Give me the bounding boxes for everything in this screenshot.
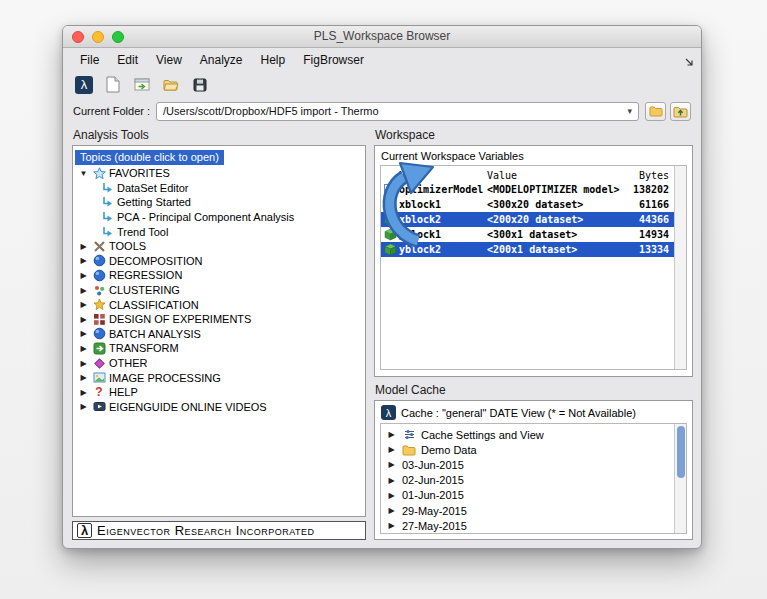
menu-figbrowser[interactable]: FigBrowser [294,51,373,69]
tree-item-batch-analysis[interactable]: ▶BATCH ANALYSIS [73,327,365,342]
dataset-cube-icon [383,213,397,226]
cache-item-cache-settings-and-view[interactable]: ▶Cache Settings and View [386,427,674,442]
disclosure-closed-icon[interactable]: ▶ [78,271,89,280]
disclosure-closed-icon[interactable]: ▶ [386,430,397,439]
column-header-bytes[interactable]: Bytes [633,170,674,181]
workspace-scrollbar[interactable] [674,166,686,369]
tree-item-decomposition[interactable]: ▶DECOMPOSITION [73,254,365,269]
desktop-background: PLS_Workspace Browser FileEditViewAnalyz… [0,0,767,599]
pls-cache-icon: λ [381,405,396,420]
cache-item-label: 27-May-2015 [402,520,467,532]
diamond-icon [92,357,106,370]
tree-item-transform[interactable]: ▶TRANSFORM [73,341,365,356]
disclosure-closed-icon[interactable]: ▶ [78,373,89,382]
save-button[interactable] [189,74,211,96]
disclosure-closed-icon[interactable]: ▶ [78,344,89,353]
cache-item-29-may-2015[interactable]: ▶29-May-2015 [386,503,674,518]
tree-item-image-processing[interactable]: ▶IMAGE PROCESSING [73,370,365,385]
tree-item-other[interactable]: ▶OTHER [73,356,365,371]
column-header-name[interactable]: Name [399,170,487,181]
sphere-icon [92,327,106,340]
column-header-value[interactable]: Value [487,170,633,181]
disclosure-closed-icon[interactable]: ▶ [78,242,89,251]
model-cache-panel: λ Cache : "general" DATE View (* = Not A… [374,400,693,540]
disclosure-closed-icon[interactable]: ▶ [78,402,89,411]
close-window-button[interactable] [72,31,84,43]
disclosure-closed-icon[interactable]: ▶ [78,359,89,368]
tree-item-getting-started[interactable]: Getting Started [73,195,365,210]
zoom-window-button[interactable] [112,31,124,43]
cache-item-01-jun-2015[interactable]: ▶01-Jun-2015 [386,488,674,503]
undock-arrow-icon[interactable] [684,53,694,71]
variable-bytes: 14934 [633,229,674,240]
tree-item-dataset-editor[interactable]: DataSet Editor [73,181,365,196]
traffic-lights [72,31,124,43]
disclosure-closed-icon[interactable]: ▶ [386,506,397,515]
folder-up-button[interactable] [670,102,691,121]
tree-item-label: TOOLS [109,240,146,252]
disclosure-closed-icon[interactable]: ▶ [78,388,89,397]
menu-analyze[interactable]: Analyze [191,51,252,69]
tree-item-trend-tool[interactable]: Trend Tool [73,224,365,239]
disclosure-closed-icon[interactable]: ▶ [386,460,397,469]
disclosure-closed-icon[interactable]: ▶ [78,329,89,338]
disclosure-closed-icon[interactable]: ▶ [78,286,89,295]
disclosure-closed-icon[interactable]: ▶ [78,256,89,265]
tree-item-help[interactable]: ▶?HELP [73,385,365,400]
variable-bytes: 61166 [633,199,674,210]
cache-item-label: 29-May-2015 [402,505,467,517]
menu-edit[interactable]: Edit [108,51,147,69]
topics-header[interactable]: Topics (double click to open) [75,150,224,165]
toolbar-buttons: λ [73,74,211,96]
window-titlebar[interactable]: PLS_Workspace Browser [63,26,701,48]
disclosure-closed-icon[interactable]: ▶ [78,315,89,324]
tree-item-regression[interactable]: ▶REGRESSION [73,268,365,283]
minimize-window-button[interactable] [92,31,104,43]
cache-item-demo-data[interactable]: ▶Demo Data [386,442,674,457]
new-document-button[interactable] [102,74,124,96]
disclosure-closed-icon[interactable]: ▶ [78,300,89,309]
tree-item-design-of-experiments[interactable]: ▶DESIGN OF EXPERIMENTS [73,312,365,327]
tree-item-tools[interactable]: ▶TOOLS [73,239,365,254]
disclosure-closed-icon[interactable]: ▶ [386,521,397,530]
cache-item-03-jun-2015[interactable]: ▶03-Jun-2015 [386,457,674,472]
folder-icon [402,443,416,456]
tree-item-eigenguide-online-videos[interactable]: ▶EIGENGUIDE ONLINE VIDEOS [73,400,365,415]
tree-item-clustering[interactable]: ▶CLUSTERING [73,283,365,298]
cache-item-02-jun-2015[interactable]: ▶02-Jun-2015 [386,473,674,488]
tree-item-label: PCA - Principal Component Analysis [117,211,294,223]
workspace-row-xblock2[interactable]: xblock2<200x20 dataset>44366 [381,212,674,227]
pls-app-button[interactable]: λ [73,74,95,96]
open-folder-button[interactable] [160,74,182,96]
cache-item-label: Cache Settings and View [421,429,544,441]
tree-item-favorites[interactable]: ▼FAVORITES [73,166,365,181]
tree-item-label: DECOMPOSITION [109,255,203,267]
workspace-table-header: NameValueBytes [381,168,674,182]
disclosure-closed-icon[interactable]: ▶ [386,445,397,454]
window-title: PLS_Workspace Browser [63,26,701,47]
workspace-row-xblock1[interactable]: xblock1<300x20 dataset>61166 [381,197,674,212]
workspace-row-optimizermodel[interactable]: optimizerModel<MODELOPTIMIZER model>1382… [381,182,674,197]
menu-file[interactable]: File [71,51,108,69]
star-icon [92,167,106,180]
chevron-down-icon[interactable]: ▾ [627,106,632,116]
sphere-icon [92,269,106,282]
current-folder-combobox[interactable]: /Users/scott/Dropbox/HDF5 import - Therm… [156,102,639,121]
transform-icon [92,342,106,355]
fig-browser-button[interactable] [131,74,153,96]
menu-view[interactable]: View [147,51,191,69]
disclosure-open-icon[interactable]: ▼ [78,169,89,178]
browse-folder-button[interactable] [645,102,666,121]
model-cache-scrollbar[interactable] [674,424,686,533]
tree-item-pca-principal-component-analysis[interactable]: PCA - Principal Component Analysis [73,210,365,225]
workspace-row-yblock1[interactable]: yblock1<300x1 dataset>14934 [381,227,674,242]
disclosure-closed-icon[interactable]: ▶ [386,491,397,500]
menu-help[interactable]: Help [252,51,295,69]
workspace-row-yblock2[interactable]: yblock2<200x1 dataset>13334 [381,242,674,257]
scrollbar-thumb[interactable] [677,426,685,478]
tree-item-label: DESIGN OF EXPERIMENTS [109,313,251,325]
dataset-cube-icon [383,228,397,241]
disclosure-closed-icon[interactable]: ▶ [386,476,397,485]
tree-item-classification[interactable]: ▶CLASSIFICATION [73,297,365,312]
cache-item-27-may-2015[interactable]: ▶27-May-2015 [386,518,674,533]
